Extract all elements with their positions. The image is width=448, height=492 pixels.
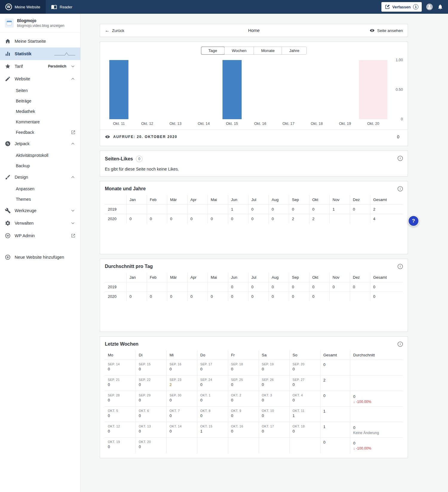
column-header: Okt (309, 273, 329, 282)
chart-column[interactable] (274, 60, 303, 119)
day-cell: OKT. 190 (105, 438, 136, 453)
help-label: ? (412, 218, 415, 224)
trend-down-icon: ↓ (353, 400, 355, 404)
sidebar-item-pages[interactable]: Seiten (0, 85, 80, 96)
sidebar-item-customize[interactable]: Anpassen (0, 183, 80, 194)
average-value: 0 (353, 441, 400, 445)
tab-wochen[interactable]: Wochen (224, 47, 254, 54)
week-total: 2 (320, 375, 350, 391)
column-header: Aug (269, 195, 289, 205)
chart-column[interactable] (190, 60, 218, 119)
day-value: 0 (231, 413, 256, 418)
site-url-link[interactable]: blogmojo.video.blog anzeigen (17, 24, 65, 28)
masterbar-reader[interactable]: Reader (46, 0, 78, 14)
sidebar-item-themes[interactable]: Themes (0, 194, 80, 204)
chart-column[interactable] (161, 60, 190, 119)
sidebar-item-tools[interactable]: Werkzeuge (0, 204, 80, 217)
bar-chart-plot (105, 60, 387, 119)
info-icon[interactable] (397, 341, 404, 349)
chart-column[interactable] (303, 60, 331, 119)
avatar[interactable] (426, 4, 433, 10)
sidebar-item-stats[interactable]: Statistik (0, 47, 80, 60)
site-card[interactable]: Blogmojo blogmojo.video.blog anzeigen (0, 14, 80, 33)
card-title: Letzte Wochen (105, 341, 139, 347)
value-cell: 0 (248, 205, 269, 214)
value-cell (126, 282, 147, 292)
masterbar-my-site[interactable]: W Meine Website (0, 0, 46, 14)
value-cell: 2 (309, 214, 329, 224)
day-cell (259, 438, 289, 453)
day-date: SEP. 21 (108, 378, 133, 381)
chart-x-label: Okt. 18 (303, 122, 331, 126)
sidebar-item-media[interactable]: Mediathek (0, 106, 80, 117)
day-value: 1 (293, 413, 317, 418)
sidebar-item-wp-admin[interactable]: W WP Admin (0, 229, 80, 242)
chart-column[interactable] (359, 60, 387, 119)
view-page-button[interactable]: Seite ansehen (369, 28, 403, 33)
card-title: Monate und Jahre (105, 186, 146, 191)
back-button[interactable]: ← Zurück (105, 28, 124, 33)
menu-label: Website (15, 76, 30, 81)
submenu-label: Themes (16, 197, 31, 202)
add-site-button[interactable]: Neue Website hinzufügen (0, 251, 80, 263)
views-count: 0 (397, 134, 403, 139)
user-icon (427, 4, 432, 10)
help-button[interactable]: ? (408, 215, 419, 226)
day-date: SEP. 17 (200, 362, 225, 366)
value-cell: 0 (147, 214, 167, 224)
day-cell: OKT. 180 (289, 422, 320, 438)
sidebar-item-design[interactable]: Design (0, 171, 80, 183)
sidebar-item-website[interactable]: Website (0, 73, 80, 85)
chart-column[interactable] (133, 60, 162, 119)
column-header: Jan (126, 273, 147, 282)
info-icon[interactable] (397, 263, 404, 271)
chart-x-label: Okt. 20 (359, 122, 387, 126)
chart-column[interactable] (331, 60, 359, 119)
chart-x-label: Okt. 14 (190, 122, 218, 126)
tab-jahre[interactable]: Jahre (282, 47, 306, 54)
day-value: 0 (262, 413, 286, 418)
day-value: 0 (108, 429, 133, 433)
page-title: Home (100, 28, 408, 33)
day-value: 0 (200, 382, 225, 387)
sidebar-item-activity-log[interactable]: Aktivitätsprotokoll (0, 150, 80, 160)
plan-badge: Persönlich (48, 64, 66, 68)
value-cell: 4 (370, 214, 403, 224)
value-cell (208, 205, 228, 214)
value-cell (147, 205, 167, 214)
chart-column[interactable] (218, 60, 246, 119)
value-cell: 0 (269, 282, 289, 292)
tab-tage[interactable]: Tage (201, 47, 224, 54)
sidebar-item-plan[interactable]: Tarif Persönlich (0, 60, 80, 73)
pencil-icon (5, 76, 11, 82)
chart-column[interactable] (246, 60, 274, 119)
day-cell: OKT. 151 (197, 422, 228, 438)
value-cell: 0 (147, 292, 167, 301)
notifications-bell-icon[interactable] (437, 4, 443, 10)
sidebar-item-backup[interactable]: Backup (0, 160, 80, 171)
day-cell: SEP. 232 (166, 375, 197, 391)
sidebar-item-home[interactable]: Meine Startseite (0, 35, 80, 47)
day-cell (197, 438, 228, 453)
day-date: SEP. 15 (139, 362, 163, 366)
chart-bar[interactable] (223, 60, 242, 119)
compose-button[interactable]: Verfassen 1 (381, 2, 422, 12)
sidebar-item-comments[interactable]: Kommentare (0, 117, 80, 127)
info-icon[interactable] (397, 155, 404, 163)
sidebar-item-posts[interactable]: Beiträge (0, 96, 80, 106)
back-arrow-icon: ← (105, 28, 110, 33)
tab-monate[interactable]: Monate (254, 47, 282, 54)
day-cell: SEP. 300 (166, 391, 197, 407)
day-value: 0 (139, 413, 163, 418)
chart-column[interactable] (105, 60, 133, 119)
week-average: 0↓ -100.00% (350, 391, 403, 407)
sidebar-item-jetpack[interactable]: Jetpack (0, 137, 80, 150)
day-cell: SEP. 150 (136, 360, 166, 375)
sidebar-item-feedback[interactable]: Feedback (0, 127, 80, 137)
sidebar-item-manage[interactable]: Verwalten (0, 217, 80, 229)
chart-bar[interactable] (109, 60, 128, 119)
eye-icon (105, 134, 110, 140)
info-icon[interactable] (397, 185, 404, 193)
table-header-row: JanFebMärAprMaiJunJulAugSepOktNovDezGesa… (105, 273, 403, 282)
trend-down-icon: ↓ (353, 446, 355, 450)
